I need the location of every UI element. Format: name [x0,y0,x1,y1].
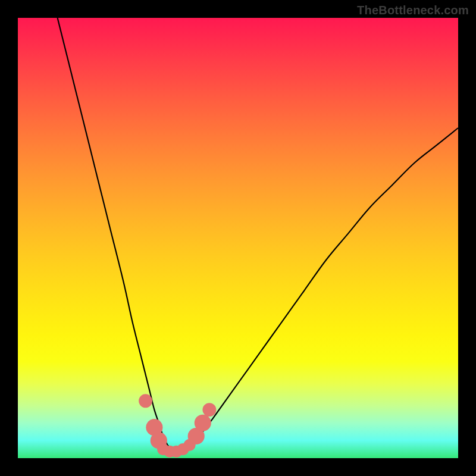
chart-plot-area [18,18,458,458]
watermark-text: TheBottleneck.com [357,4,469,17]
curve-path [58,18,458,450]
data-marker [139,394,152,408]
chart-frame: TheBottleneck.com [0,0,476,476]
curve-path-group [58,18,458,450]
marker-group [139,394,216,458]
chart-svg-layer [18,18,458,458]
data-marker [202,403,216,416]
data-marker [195,415,211,431]
